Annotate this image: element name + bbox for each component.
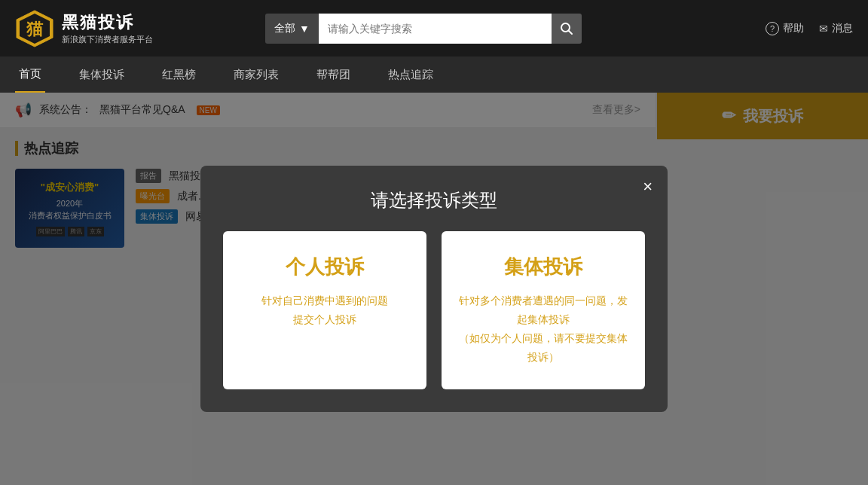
header-right: ? 帮助 ✉ 消息 [766, 22, 853, 35]
modal-close-button[interactable]: × [643, 177, 653, 197]
search-button[interactable] [552, 14, 582, 44]
search-input[interactable] [319, 14, 552, 44]
personal-complaint-option[interactable]: 个人投诉 针对自己消费中遇到的问题 提交个人投诉 [223, 231, 426, 390]
complaint-type-modal: 请选择投诉类型 × 个人投诉 针对自己消费中遇到的问题 提交个人投诉 集体投诉 … [200, 166, 668, 413]
nav-item-group-complaint[interactable]: 集体投诉 [75, 56, 128, 93]
group-desc-line2: （如仅为个人问题，请不要提交集体投诉） [459, 332, 628, 363]
header: 猫 黑猫投诉 新浪旗下消费者服务平台 全部 ▼ ? 帮助 ✉ 消息 [0, 0, 868, 56]
group-complaint-option[interactable]: 集体投诉 针对多个消费者遭遇的同一问题，发起集体投诉 （如仅为个人问题，请不要提… [442, 231, 645, 390]
modal-options: 个人投诉 针对自己消费中遇到的问题 提交个人投诉 集体投诉 针对多个消费者遭遇的… [223, 231, 645, 390]
personal-desc-line1: 针对自己消费中遇到的问题 [261, 294, 388, 307]
help-circle-icon: ? [766, 22, 779, 35]
logo-icon: 猫 [15, 9, 54, 48]
content-area: 📢 系统公告： 黑猫平台常见Q&A NEW 查看更多> ✏ 我要投诉 热点追踪 … [0, 93, 868, 485]
nav-item-merchant-list[interactable]: 商家列表 [230, 56, 283, 93]
nav-item-red-black-list[interactable]: 红黑榜 [158, 56, 200, 93]
message-label: 消息 [832, 22, 853, 35]
modal-title: 请选择投诉类型 [223, 188, 645, 212]
search-icon [560, 22, 573, 35]
personal-option-title: 个人投诉 [238, 254, 411, 280]
mail-icon: ✉ [819, 23, 828, 35]
logo-title: 黑猫投诉 [62, 11, 153, 34]
help-link[interactable]: ? 帮助 [766, 22, 804, 35]
nav-item-help-team[interactable]: 帮帮团 [313, 56, 354, 93]
personal-desc-line2: 提交个人投诉 [293, 313, 356, 325]
message-link[interactable]: ✉ 消息 [819, 22, 853, 35]
group-desc-line1: 针对多个消费者遭遇的同一问题，发起集体投诉 [459, 294, 628, 325]
help-label: 帮助 [783, 22, 804, 35]
group-option-title: 集体投诉 [457, 254, 630, 280]
svg-line-4 [569, 30, 573, 34]
logo-area: 猫 黑猫投诉 新浪旗下消费者服务平台 [15, 9, 166, 48]
modal-overlay[interactable]: 请选择投诉类型 × 个人投诉 针对自己消费中遇到的问题 提交个人投诉 集体投诉 … [0, 93, 868, 485]
logo-subtitle: 新浪旗下消费者服务平台 [62, 34, 153, 45]
group-option-desc: 针对多个消费者遭遇的同一问题，发起集体投诉 （如仅为个人问题，请不要提交集体投诉… [457, 291, 630, 368]
search-dropdown[interactable]: 全部 ▼ [265, 14, 319, 44]
main-nav: 首页 集体投诉 红黑榜 商家列表 帮帮团 热点追踪 [0, 56, 868, 93]
nav-item-home[interactable]: 首页 [15, 56, 45, 93]
nav-item-hot-tracking[interactable]: 热点追踪 [384, 56, 437, 93]
personal-option-desc: 针对自己消费中遇到的问题 提交个人投诉 [238, 291, 411, 329]
search-dropdown-label: 全部 [274, 22, 295, 35]
search-area: 全部 ▼ [265, 14, 582, 44]
chevron-down-icon: ▼ [299, 23, 310, 35]
logo-text: 黑猫投诉 新浪旗下消费者服务平台 [62, 11, 153, 45]
svg-text:猫: 猫 [26, 20, 44, 38]
